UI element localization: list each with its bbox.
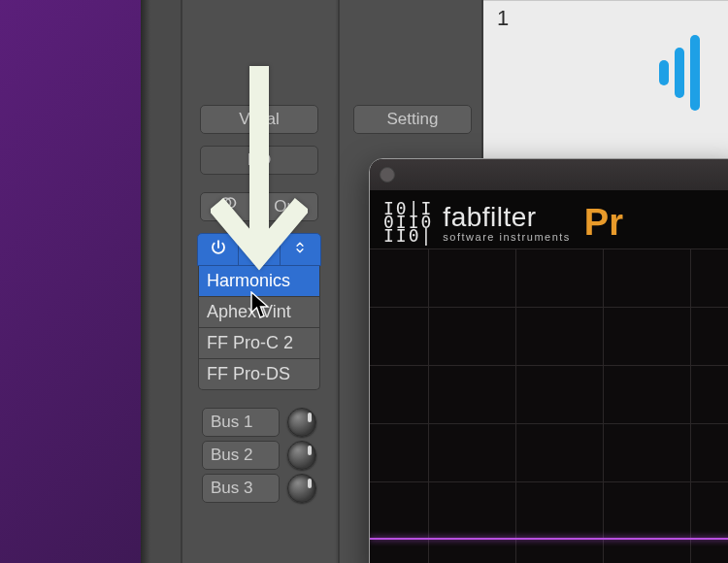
svg-point-4 <box>255 244 258 247</box>
send-level-knob[interactable] <box>287 474 316 503</box>
plugin-slot-header[interactable] <box>197 233 321 266</box>
sends-section: Bus 1 Bus 2 Bus 3 <box>202 408 316 503</box>
plugin-power-button[interactable] <box>198 234 239 265</box>
send-row: Bus 2 <box>202 441 316 470</box>
desktop-background <box>0 0 141 563</box>
updown-arrows-icon <box>293 239 307 260</box>
track-name-button[interactable]: Vocal <box>200 105 318 134</box>
plugin-slot[interactable]: FF Pro-DS <box>198 359 320 390</box>
eq-button[interactable]: EQ <box>200 146 318 175</box>
eq-graph[interactable] <box>370 248 728 563</box>
setting-button[interactable]: Setting <box>353 105 472 134</box>
send-destination-button[interactable]: Bus 1 <box>202 408 280 437</box>
plugin-slot[interactable]: Aphex Vint <box>198 297 320 328</box>
fabfilter-logo-icon: I0|I 0II0 II0| <box>383 202 433 243</box>
plugin-window-titlebar[interactable] <box>370 159 728 190</box>
svg-point-5 <box>260 249 263 252</box>
plugin-slot[interactable]: Harmonics <box>198 266 320 297</box>
eq-curve[interactable] <box>370 538 728 540</box>
plugin-slot[interactable]: FF Pro-C 2 <box>198 328 320 359</box>
brand-name: fabfilter <box>443 202 570 233</box>
brand-subtitle: software instruments <box>443 231 570 243</box>
plugin-brand-header: I0|I 0II0 II0| fabfilter software instru… <box>370 190 728 248</box>
product-name: Pr <box>584 202 623 244</box>
channel-strip-1: Vocal EQ Out Harmonics Aphex Vint FF Pro… <box>182 0 336 563</box>
close-icon[interactable] <box>380 167 395 182</box>
stereo-mode-button[interactable] <box>200 192 256 221</box>
stereo-icon <box>218 193 238 221</box>
send-row: Bus 3 <box>202 474 316 503</box>
send-destination-button[interactable]: Bus 2 <box>202 441 280 470</box>
waveform-thumbnail <box>621 29 728 116</box>
send-level-knob[interactable] <box>287 441 316 470</box>
window-shadow <box>141 0 150 563</box>
track-number-label: 1 <box>497 6 509 31</box>
send-destination-button[interactable]: Bus 3 <box>202 474 280 503</box>
sliders-icon <box>250 239 268 260</box>
output-button[interactable]: Out <box>256 192 318 221</box>
plugin-window[interactable]: I0|I 0II0 II0| fabfilter software instru… <box>369 158 728 563</box>
plugin-stepper-button[interactable] <box>281 234 320 265</box>
send-level-knob[interactable] <box>287 408 316 437</box>
plugin-editor-button[interactable] <box>239 234 280 265</box>
send-row: Bus 1 <box>202 408 316 437</box>
power-icon <box>210 239 227 260</box>
